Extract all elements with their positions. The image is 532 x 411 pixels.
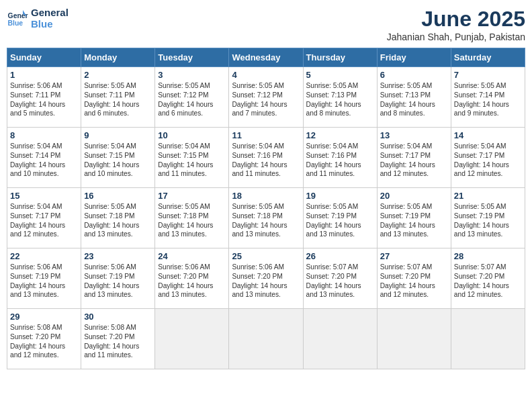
col-friday: Friday: [377, 48, 451, 67]
daylight-label: Daylight: 14 hours and 8 minutes.: [306, 101, 361, 118]
sunrise-label: Sunrise: 5:06 AM: [232, 263, 284, 271]
day-info: Sunrise: 5:04 AM Sunset: 7:15 PM Dayligh…: [84, 142, 152, 179]
day-number: 30: [84, 312, 152, 322]
sunset-label: Sunset: 7:13 PM: [306, 91, 357, 99]
calendar-cell: 20 Sunrise: 5:05 AM Sunset: 7:19 PM Dayl…: [377, 188, 451, 248]
sunset-label: Sunset: 7:20 PM: [158, 273, 208, 280]
week-row-1: 1 Sunrise: 5:06 AM Sunset: 7:11 PM Dayli…: [7, 67, 525, 128]
sunset-label: Sunset: 7:20 PM: [84, 333, 134, 340]
sunset-label: Sunset: 7:15 PM: [158, 152, 208, 159]
page-header: General Blue General Blue June 2025 Jaha…: [7, 7, 525, 42]
location-subtitle: Jahanian Shah, Punjab, Pakistan: [387, 32, 525, 42]
day-info: Sunrise: 5:05 AM Sunset: 7:19 PM Dayligh…: [380, 202, 448, 239]
day-info: Sunrise: 5:05 AM Sunset: 7:19 PM Dayligh…: [454, 202, 522, 239]
sunrise-label: Sunrise: 5:05 AM: [84, 82, 136, 89]
day-number: 8: [10, 130, 78, 140]
calendar-cell: 26 Sunrise: 5:07 AM Sunset: 7:20 PM Dayl…: [303, 248, 377, 309]
sunrise-label: Sunrise: 5:05 AM: [306, 82, 359, 89]
calendar-cell: 14 Sunrise: 5:04 AM Sunset: 7:17 PM Dayl…: [451, 128, 525, 188]
sunrise-label: Sunrise: 5:05 AM: [158, 203, 210, 210]
calendar-cell: 8 Sunrise: 5:04 AM Sunset: 7:14 PM Dayli…: [7, 128, 81, 188]
calendar-cell: 1 Sunrise: 5:06 AM Sunset: 7:11 PM Dayli…: [7, 67, 81, 128]
calendar-cell: 13 Sunrise: 5:04 AM Sunset: 7:17 PM Dayl…: [377, 128, 451, 188]
sunset-label: Sunset: 7:18 PM: [158, 212, 208, 220]
calendar-cell: 23 Sunrise: 5:06 AM Sunset: 7:19 PM Dayl…: [81, 248, 155, 309]
sunrise-label: Sunrise: 5:05 AM: [84, 203, 136, 210]
sunrise-label: Sunrise: 5:07 AM: [380, 263, 433, 271]
sunrise-label: Sunrise: 5:06 AM: [10, 82, 62, 89]
day-info: Sunrise: 5:06 AM Sunset: 7:11 PM Dayligh…: [10, 81, 78, 118]
calendar-cell: 7 Sunrise: 5:05 AM Sunset: 7:14 PM Dayli…: [451, 67, 525, 128]
day-info: Sunrise: 5:06 AM Sunset: 7:19 PM Dayligh…: [10, 263, 78, 300]
daylight-label: Daylight: 14 hours and 13 minutes.: [380, 222, 435, 238]
sunrise-label: Sunrise: 5:05 AM: [380, 82, 433, 89]
sunset-label: Sunset: 7:11 PM: [10, 91, 60, 99]
week-row-2: 8 Sunrise: 5:04 AM Sunset: 7:14 PM Dayli…: [7, 128, 525, 188]
calendar-cell: [229, 309, 303, 369]
sunrise-label: Sunrise: 5:05 AM: [158, 82, 210, 89]
daylight-label: Daylight: 14 hours and 11 minutes.: [306, 161, 361, 178]
daylight-label: Daylight: 14 hours and 12 minutes.: [10, 222, 65, 238]
sunset-label: Sunset: 7:17 PM: [380, 152, 431, 159]
daylight-label: Daylight: 14 hours and 12 minutes.: [454, 161, 509, 178]
sunrise-label: Sunrise: 5:04 AM: [158, 142, 210, 150]
day-info: Sunrise: 5:05 AM Sunset: 7:18 PM Dayligh…: [232, 202, 300, 239]
day-info: Sunrise: 5:06 AM Sunset: 7:19 PM Dayligh…: [84, 263, 152, 300]
day-number: 12: [306, 130, 374, 140]
day-number: 25: [232, 251, 300, 261]
sunrise-label: Sunrise: 5:07 AM: [306, 263, 359, 271]
day-number: 21: [454, 191, 522, 201]
sunset-label: Sunset: 7:20 PM: [380, 273, 431, 280]
daylight-label: Daylight: 14 hours and 11 minutes.: [232, 161, 287, 178]
day-number: 18: [232, 191, 300, 201]
daylight-label: Daylight: 14 hours and 12 minutes.: [380, 161, 435, 178]
week-row-3: 15 Sunrise: 5:04 AM Sunset: 7:17 PM Dayl…: [7, 188, 525, 248]
sunset-label: Sunset: 7:16 PM: [306, 152, 357, 159]
calendar-cell: 30 Sunrise: 5:08 AM Sunset: 7:20 PM Dayl…: [81, 309, 155, 369]
day-info: Sunrise: 5:05 AM Sunset: 7:11 PM Dayligh…: [84, 81, 152, 118]
day-number: 7: [454, 70, 522, 80]
sunrise-label: Sunrise: 5:06 AM: [10, 263, 62, 271]
sunrise-label: Sunrise: 5:04 AM: [232, 142, 284, 150]
calendar-cell: 15 Sunrise: 5:04 AM Sunset: 7:17 PM Dayl…: [7, 188, 81, 248]
sunset-label: Sunset: 7:17 PM: [10, 212, 60, 220]
sunset-label: Sunset: 7:20 PM: [306, 273, 357, 280]
calendar-cell: 27 Sunrise: 5:07 AM Sunset: 7:20 PM Dayl…: [377, 248, 451, 309]
day-info: Sunrise: 5:05 AM Sunset: 7:14 PM Dayligh…: [454, 81, 522, 118]
title-block: June 2025 Jahanian Shah, Punjab, Pakista…: [387, 7, 525, 42]
sunset-label: Sunset: 7:19 PM: [454, 212, 504, 220]
sunset-label: Sunset: 7:20 PM: [10, 333, 60, 340]
sunset-label: Sunset: 7:19 PM: [306, 212, 357, 220]
day-info: Sunrise: 5:05 AM Sunset: 7:13 PM Dayligh…: [306, 81, 374, 118]
day-info: Sunrise: 5:04 AM Sunset: 7:17 PM Dayligh…: [454, 142, 522, 179]
daylight-label: Daylight: 14 hours and 6 minutes.: [158, 101, 213, 118]
sunrise-label: Sunrise: 5:05 AM: [306, 203, 359, 210]
day-info: Sunrise: 5:04 AM Sunset: 7:16 PM Dayligh…: [306, 142, 374, 179]
day-info: Sunrise: 5:07 AM Sunset: 7:20 PM Dayligh…: [380, 263, 448, 300]
day-number: 16: [84, 191, 152, 201]
day-info: Sunrise: 5:06 AM Sunset: 7:20 PM Dayligh…: [232, 263, 300, 300]
sunrise-label: Sunrise: 5:08 AM: [10, 324, 62, 331]
day-number: 28: [454, 251, 522, 261]
day-number: 1: [10, 70, 78, 80]
sunrise-label: Sunrise: 5:06 AM: [84, 263, 136, 271]
sunset-label: Sunset: 7:19 PM: [10, 273, 60, 280]
col-thursday: Thursday: [303, 48, 377, 67]
calendar-table: Sunday Monday Tuesday Wednesday Thursday…: [7, 48, 525, 369]
daylight-label: Daylight: 14 hours and 13 minutes.: [158, 222, 213, 238]
sunrise-label: Sunrise: 5:05 AM: [454, 82, 506, 89]
col-sunday: Sunday: [7, 48, 81, 67]
daylight-label: Daylight: 14 hours and 9 minutes.: [454, 101, 509, 118]
sunrise-label: Sunrise: 5:05 AM: [232, 203, 284, 210]
sunset-label: Sunset: 7:18 PM: [84, 212, 134, 220]
calendar-cell: 28 Sunrise: 5:07 AM Sunset: 7:20 PM Dayl…: [451, 248, 525, 309]
sunrise-label: Sunrise: 5:04 AM: [380, 142, 433, 150]
col-saturday: Saturday: [451, 48, 525, 67]
day-number: 6: [380, 70, 448, 80]
sunset-label: Sunset: 7:17 PM: [454, 152, 504, 159]
day-info: Sunrise: 5:04 AM Sunset: 7:15 PM Dayligh…: [158, 142, 226, 179]
daylight-label: Daylight: 14 hours and 12 minutes.: [10, 342, 65, 359]
day-info: Sunrise: 5:04 AM Sunset: 7:16 PM Dayligh…: [232, 142, 300, 179]
daylight-label: Daylight: 14 hours and 13 minutes.: [10, 282, 65, 299]
calendar-cell: 17 Sunrise: 5:05 AM Sunset: 7:18 PM Dayl…: [155, 188, 229, 248]
